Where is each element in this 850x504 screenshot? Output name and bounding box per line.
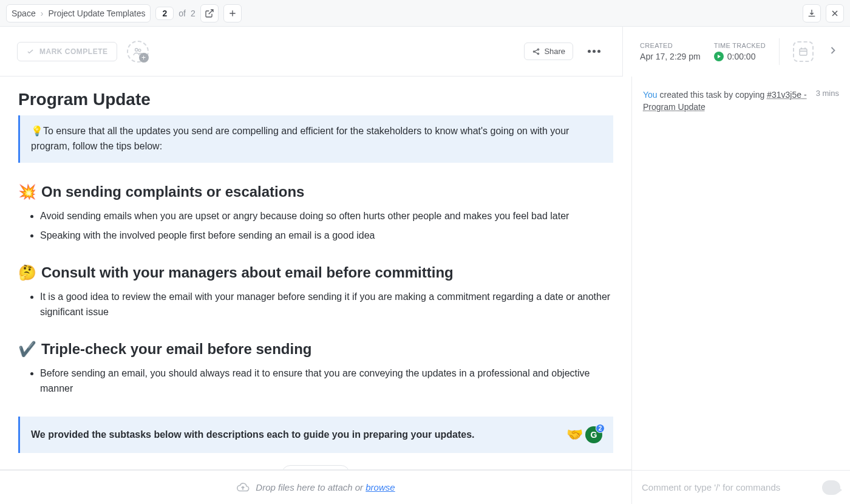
created-label: CREATED (640, 42, 701, 49)
activity-sidebar: You created this task by copying #31v3j5… (631, 77, 850, 504)
dot-icon (597, 50, 600, 53)
activity-timestamp: 3 mins (816, 89, 839, 114)
breadcrumb-space[interactable]: Space (12, 9, 36, 18)
grammarly-count: 2 (596, 424, 605, 433)
divider (779, 38, 780, 65)
section-heading-2: 🤔 Consult with your managers about email… (18, 264, 613, 281)
external-link-icon (205, 9, 214, 18)
created-meta: CREATED Apr 17, 2:29 pm (640, 42, 701, 61)
cloud-upload-icon (236, 481, 250, 494)
dot-icon (588, 50, 591, 53)
close-button[interactable] (826, 4, 844, 22)
section-3-list: Before sending an email, you should alwa… (18, 366, 613, 397)
svg-point-2 (534, 50, 535, 52)
content-column: Program Update 💡To ensure that all the u… (0, 77, 631, 504)
dropzone-text: Drop files here to attach or browse (256, 482, 395, 492)
share-icon (532, 47, 540, 56)
open-new-tab-button[interactable] (200, 4, 219, 22)
time-tracked-value: 0:00:00 (727, 52, 756, 61)
play-icon[interactable] (714, 52, 724, 61)
svg-point-3 (538, 49, 539, 50)
activity-user: You (643, 90, 658, 100)
expand-sidebar-button[interactable] (827, 44, 841, 59)
mark-complete-button[interactable]: MARK COMPLETE (17, 42, 117, 61)
check-icon (26, 47, 35, 56)
attachment-dropzone[interactable]: Drop files here to attach or browse (0, 470, 631, 504)
section-heading-3: ✔️ Triple-check your email before sendin… (18, 341, 613, 358)
thinking-icon: 🤔 (18, 264, 36, 281)
meta-header: CREATED Apr 17, 2:29 pm TIME TRACKED 0:0… (622, 27, 850, 77)
subtasks-callout: We provided the subtasks below with desc… (18, 417, 613, 453)
more-menu-button[interactable] (583, 45, 605, 58)
list-item: Speaking with the involved people first … (40, 228, 613, 243)
created-value: Apr 17, 2:29 pm (640, 52, 701, 61)
svg-point-1 (138, 49, 141, 51)
breadcrumb[interactable]: Space › Project Update Templates (6, 4, 151, 22)
chevron-right-icon (827, 44, 839, 56)
section-2-list: It is a good idea to review the email wi… (18, 290, 613, 320)
browse-link[interactable]: browse (365, 482, 395, 492)
svg-point-4 (538, 53, 539, 54)
calendar-icon (798, 46, 809, 57)
breadcrumb-page[interactable]: Project Update Templates (48, 9, 145, 18)
activity-entry: You created this task by copying #31v3j5… (643, 89, 839, 114)
share-button[interactable]: Share (524, 43, 573, 60)
list-item: Before sending an email, you should alwa… (40, 366, 613, 397)
breadcrumb-total: 2 (191, 9, 195, 18)
time-tracked-label: TIME TRACKED (714, 42, 766, 49)
due-date-button[interactable] (793, 41, 814, 62)
breadcrumb-bar: Space › Project Update Templates 2 of 2 (0, 0, 850, 27)
add-button[interactable] (223, 4, 242, 22)
comment-bar (632, 470, 850, 504)
plus-badge-icon: + (139, 53, 149, 63)
subtasks-callout-text: We provided the subtasks below with desc… (31, 429, 566, 440)
chevron-right-icon: › (41, 9, 44, 18)
mark-complete-label: MARK COMPLETE (39, 47, 108, 56)
breadcrumb-index: 2 (155, 7, 174, 20)
dot-icon (593, 50, 596, 53)
plus-icon (228, 9, 237, 18)
send-comment-button[interactable] (822, 480, 840, 495)
page-title[interactable]: Program Update (0, 77, 631, 115)
time-tracked-meta: TIME TRACKED 0:00:00 (714, 42, 766, 61)
grammarly-icon[interactable]: G 2 (585, 426, 602, 443)
task-toolbar: MARK COMPLETE + Share (0, 27, 622, 77)
download-icon (807, 9, 817, 18)
section-heading-1: 💥 On sending complaints or escalations (18, 183, 613, 200)
content-scroll[interactable]: 💡To ensure that all the updates you send… (0, 115, 631, 469)
section-heading-2-text: Consult with your managers about email b… (41, 264, 454, 281)
checkmark-icon: ✔️ (18, 341, 36, 358)
comment-input[interactable] (642, 482, 816, 492)
download-button[interactable] (803, 4, 821, 22)
section-heading-1-text: On sending complaints or escalations (41, 183, 304, 200)
list-item: It is a good idea to review the email wi… (40, 290, 613, 320)
section-1-list: Avoid sending emails when you are upset … (18, 209, 613, 244)
assignee-add-button[interactable]: + (127, 41, 149, 63)
close-icon (830, 9, 840, 18)
list-item: Avoid sending emails when you are upset … (40, 209, 613, 224)
see-less-button[interactable]: SEE LESS (282, 465, 350, 469)
svg-rect-5 (800, 49, 807, 56)
share-label: Share (544, 47, 565, 56)
collision-icon: 💥 (18, 183, 36, 200)
tip-callout: 💡To ensure that all the updates you send… (18, 115, 613, 163)
breadcrumb-of-label: of (178, 9, 186, 18)
handshake-icon: 🤝 (566, 427, 583, 443)
svg-point-0 (135, 48, 138, 51)
activity-text: created this task by copying (658, 90, 767, 100)
section-heading-3-text: Triple-check your email before sending (41, 341, 311, 358)
